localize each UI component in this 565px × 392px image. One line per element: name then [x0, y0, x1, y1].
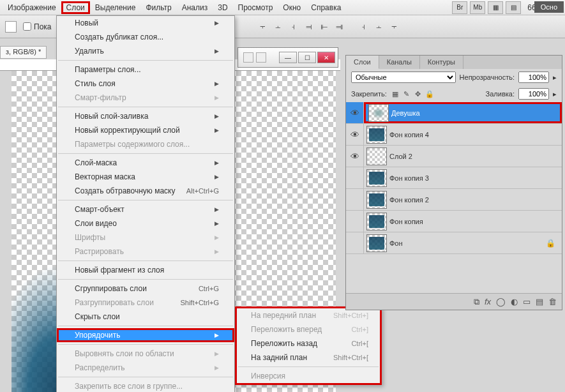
submenu-item[interactable]: На задний планShift+Ctrl+[ [237, 351, 380, 365]
menu-item[interactable]: Параметры слоя... [57, 63, 234, 77]
workspace-button[interactable]: Осно [534, 1, 564, 13]
menu-Анализ[interactable]: Анализ [177, 1, 213, 14]
menu-item[interactable]: Сгруппировать слоиCtrl+G [57, 282, 234, 296]
layer-row[interactable]: Фон копия 3 [346, 167, 562, 189]
panel-opts-row-1: Обычные Непрозрачность: ▸ [346, 69, 562, 86]
visibility-toggle[interactable] [346, 189, 364, 210]
tool-preset-icon[interactable] [5, 21, 17, 33]
fill-label: Заливка: [486, 90, 515, 98]
menu-Просмотр[interactable]: Просмотр [233, 1, 278, 14]
align-middle-icon[interactable]: ⫦ [317, 20, 331, 34]
submenu-item[interactable]: Переложить назадCtrl+[ [237, 336, 380, 351]
view-extras-icon[interactable]: ▤ [506, 1, 521, 14]
tab-channels[interactable]: Каналы [379, 56, 420, 69]
visibility-toggle[interactable] [346, 211, 364, 232]
menu-item[interactable]: Удалить▶ [57, 44, 234, 58]
layer-thumbnail[interactable] [366, 191, 387, 209]
mb-icon[interactable]: Mb [470, 1, 485, 14]
group-icon[interactable]: ▭ [523, 297, 531, 306]
visibility-toggle[interactable] [346, 167, 364, 188]
menu-item[interactable]: Создать дубликат слоя... [57, 30, 234, 44]
visibility-toggle[interactable]: 👁 [346, 146, 364, 167]
delete-layer-icon[interactable]: 🗑 [548, 297, 557, 306]
layer-row[interactable]: Фон копия [346, 211, 562, 232]
maximize-button[interactable]: ☐ [298, 52, 316, 63]
menu-Фильтр[interactable]: Фильтр [140, 1, 176, 14]
visibility-toggle[interactable]: 👁 [346, 102, 364, 123]
view-grid-icon[interactable]: ▦ [488, 1, 503, 14]
layer-row[interactable]: Фон копия 2 [346, 189, 562, 211]
align-left-icon[interactable]: ⫟ [256, 20, 270, 34]
layer-thumbnail[interactable] [366, 213, 387, 230]
show-checkbox[interactable]: Пока [23, 22, 52, 31]
lock-transparent-icon[interactable]: ▦ [391, 89, 400, 98]
align-center-h-icon[interactable]: ⫠ [271, 20, 285, 34]
menu-item[interactable]: Новый корректирующий слой▶ [57, 123, 234, 137]
layer-name[interactable]: Фон копия [389, 218, 423, 225]
layer-thumbnail[interactable] [368, 104, 389, 122]
document-tab[interactable]: з, RGB/8) * [0, 46, 47, 59]
layer-name[interactable]: Слой 2 [389, 153, 412, 160]
layer-row[interactable]: Фон🔒 [346, 232, 562, 254]
align-top-icon[interactable]: ⫤ [302, 20, 316, 34]
new-layer-icon[interactable]: ▤ [536, 297, 543, 306]
layer-name[interactable]: Фон копия 4 [389, 131, 429, 139]
menu-Слои[interactable]: Слои [61, 1, 90, 14]
close-button[interactable]: ✕ [317, 52, 335, 63]
menu-item: Параметры содержимого слоя... [57, 137, 234, 151]
lock-all-icon[interactable]: 🔒 [425, 89, 434, 98]
distribute-3-icon[interactable]: ⫟ [388, 20, 402, 34]
layer-thumbnail[interactable] [366, 169, 387, 187]
layer-name[interactable]: Фон копия 2 [389, 196, 429, 204]
bridge-icon[interactable]: Br [452, 1, 467, 14]
visibility-toggle[interactable]: 👁 [346, 124, 364, 145]
submenu-item: Инверсия [237, 369, 380, 383]
link-layers-icon[interactable]: ⧉ [474, 297, 479, 307]
menu-Изображение[interactable]: Изображение [3, 1, 61, 14]
submenu-item: На передний планShift+Ctrl+] [237, 308, 380, 322]
menu-3D[interactable]: 3D [213, 1, 232, 14]
visibility-toggle[interactable] [346, 232, 364, 253]
menu-item[interactable]: Стиль слоя▶ [57, 77, 234, 91]
align-bottom-icon[interactable]: ⫥ [333, 20, 347, 34]
menu-item[interactable]: Новый фрагмент из слоя [57, 263, 234, 277]
layer-thumbnail[interactable] [366, 126, 387, 144]
blend-mode-select[interactable]: Обычные [351, 72, 456, 83]
layer-row[interactable]: 👁Слой 2 [346, 146, 562, 167]
menu-Выделение[interactable]: Выделение [90, 1, 141, 14]
layer-name[interactable]: Фон копия 3 [389, 174, 429, 182]
layer-thumbnail[interactable] [366, 147, 387, 165]
adjustment-icon[interactable]: ◐ [511, 297, 518, 306]
menu-item[interactable]: Создать обтравочную маскуAlt+Ctrl+G [57, 184, 234, 198]
menu-item[interactable]: Новый▶ [57, 16, 234, 30]
menu-item[interactable]: Слои видео▶ [57, 216, 234, 230]
menu-item: Шрифты▶ [57, 230, 234, 245]
align-right-icon[interactable]: ⫞ [287, 20, 301, 34]
layer-name[interactable]: Девушка [391, 109, 420, 117]
menu-Справка[interactable]: Справка [306, 1, 346, 14]
menu-item[interactable]: Смарт-объект▶ [57, 202, 234, 216]
layer-row[interactable]: 👁Девушка [346, 102, 562, 124]
distribute-1-icon[interactable]: ⫞ [357, 20, 371, 34]
tab-paths[interactable]: Контуры [420, 56, 463, 69]
fill-input[interactable] [518, 88, 549, 100]
lock-pixels-icon[interactable]: ✎ [402, 89, 411, 98]
menu-item[interactable]: Слой-маска▶ [57, 156, 234, 170]
layer-thumbnail[interactable] [366, 234, 387, 252]
menu-item: Распределить▶ [57, 361, 234, 375]
menu-item[interactable]: Упорядочить▶ [57, 328, 234, 342]
menu-item[interactable]: Скрыть слои [57, 310, 234, 324]
distribute-2-icon[interactable]: ⫠ [372, 20, 386, 34]
doc-icon-2 [256, 52, 266, 63]
tab-layers[interactable]: Слои [346, 56, 379, 69]
opacity-input[interactable] [518, 72, 549, 83]
lock-position-icon[interactable]: ✥ [414, 89, 423, 98]
menu-item[interactable]: Новый слой-заливка▶ [57, 109, 234, 123]
minimize-button[interactable]: — [279, 52, 297, 63]
menu-item[interactable]: Векторная маска▶ [57, 170, 234, 184]
layer-row[interactable]: 👁Фон копия 4 [346, 124, 562, 146]
menu-Окно[interactable]: Окно [278, 1, 306, 14]
layer-name[interactable]: Фон [389, 239, 403, 247]
mask-icon[interactable]: ◯ [496, 297, 506, 306]
fx-icon[interactable]: fx [485, 297, 491, 306]
